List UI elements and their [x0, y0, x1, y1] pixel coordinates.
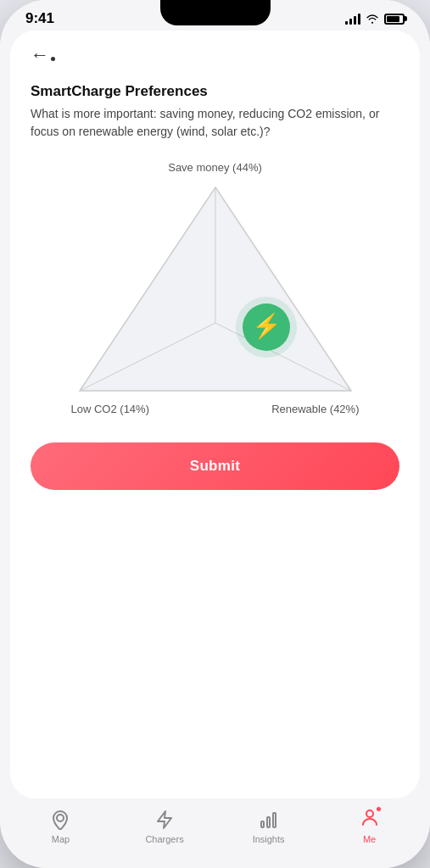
svg-point-11	[366, 810, 373, 817]
me-notification-dot	[376, 806, 382, 812]
chart-label-bottom-left: Low CO2 (14%)	[71, 403, 149, 415]
nav-item-chargers[interactable]: Chargers	[131, 802, 197, 851]
status-icons	[345, 13, 405, 25]
chart-label-bottom-right: Renewable (42%)	[271, 403, 359, 415]
svg-rect-10	[273, 813, 276, 827]
page-description: What is more important: saving money, re…	[31, 105, 399, 141]
battery-icon	[384, 14, 405, 25]
me-icon	[359, 809, 381, 831]
back-arrow-icon: ←	[31, 44, 49, 66]
triangle-chart-svg[interactable]: ⚡	[71, 179, 360, 399]
svg-text:⚡: ⚡	[251, 312, 281, 340]
status-time: 9:41	[25, 10, 54, 27]
svg-point-7	[57, 815, 64, 821]
chart-label-top: Save money (44%)	[168, 161, 262, 174]
chargers-icon	[154, 809, 176, 831]
insights-icon	[258, 809, 280, 831]
submit-button[interactable]: Submit	[31, 442, 399, 490]
signal-icon	[345, 13, 360, 25]
main-content: ← SmartCharge Preferences What is more i…	[10, 31, 420, 798]
svg-rect-8	[261, 821, 264, 827]
nav-label-map: Map	[52, 834, 70, 844]
wifi-icon	[366, 13, 379, 25]
nav-label-me: Me	[363, 834, 376, 844]
chart-bottom-labels: Low CO2 (14%) Renewable (42%)	[71, 403, 360, 415]
back-button[interactable]: ←	[31, 44, 399, 66]
preference-chart: Save money (44%) ⚡	[31, 161, 399, 415]
bottom-navigation: Map Chargers	[10, 798, 420, 868]
nav-label-insights: Insights	[253, 834, 285, 844]
page-title: SmartCharge Preferences	[31, 83, 399, 100]
nav-item-map[interactable]: Map	[31, 802, 90, 851]
svg-rect-9	[267, 817, 270, 827]
nav-item-me[interactable]: Me	[340, 802, 399, 851]
nav-item-insights[interactable]: Insights	[239, 802, 299, 851]
map-icon	[49, 809, 71, 831]
back-dot-icon	[51, 57, 55, 61]
nav-label-chargers: Chargers	[145, 834, 183, 844]
